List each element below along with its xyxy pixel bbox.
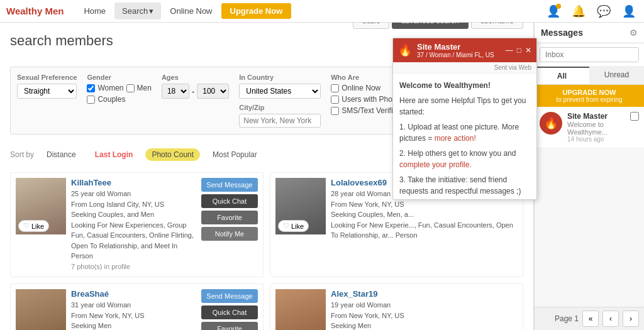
filter-age-max[interactable]: 100 [197,84,229,99]
page-first-btn[interactable]: « [582,311,599,327]
filter-gender-couples-checkbox[interactable] [87,96,95,104]
account-icon[interactable]: 👤 [620,3,638,20]
alert-dot [556,4,561,9]
filter-cityzip-label: City/Zip [239,104,321,111]
filter-sexual-preference-label: Sexual Preference [17,74,77,81]
filter-gender-women-label: Women [97,84,123,92]
upgrade-banner-subtitle: to prevent from expiring [540,96,639,103]
search-type-buttons: basic advanced search username [353,23,523,29]
nav-home[interactable]: Home [76,3,113,19]
chat-controls: — □ ✕ [506,46,531,55]
nav-online-now[interactable]: Online Now [162,3,219,19]
filter-gender: Gender Women Men Couples [87,74,151,128]
messages-panel: Messages ⚙ All Unread UPGRADE NOW to pre… [534,23,644,330]
sort-by-label: Sort by [10,150,34,159]
filter-users-photos-checkbox[interactable] [331,96,339,104]
member-name-0[interactable]: KillahTeee [71,178,196,187]
nav-items: Home Search ▾ Online Now Upgrade Now [76,3,291,19]
sort-photo-count[interactable]: Photo Count [145,148,200,161]
send-message-button-0[interactable]: Send Message [201,178,258,192]
messages-bubble-icon[interactable]: 💬 [595,3,613,20]
member-info-0: KillahTeee 25 year old Woman From Long I… [71,178,196,272]
filter-gender-women-checkbox[interactable] [87,84,95,92]
filter-cityzip-input[interactable] [239,114,321,128]
heart-icon-0: ♡ [23,222,30,230]
message-list: 🔥 Site Master Welcome to Wealthyme... 14… [535,107,644,307]
member-photo-3: ♡ Like [275,289,326,330]
chat-close-icon[interactable]: ✕ [525,46,531,55]
member-photo-1: ♡ Like [275,178,326,234]
like-button-1[interactable]: ♡ Like [278,220,309,232]
member-actions-0: Send Message Quick Chat Favorite Notify … [201,178,258,272]
favorite-button-2[interactable]: Favorite [201,322,258,330]
member-info-2: BreaShaé 31 year old Woman From New York… [71,289,196,330]
message-avatar-0: 🔥 [540,112,562,135]
filter-country: In Country United States City/Zip [239,74,321,128]
chat-flame-icon: 🔥 [398,43,412,57]
top-nav: Wealthy Men Home Search ▾ Online Now Upg… [0,0,644,23]
message-item-0[interactable]: 🔥 Site Master Welcome to Wealthyme... 14… [535,107,644,148]
filter-country-select[interactable]: United States [239,84,321,99]
member-photo-0: ♡ Like [16,178,66,234]
filter-sms-verified-checkbox[interactable] [331,107,339,115]
notification-bell-icon[interactable]: 🔔 [570,3,587,20]
nav-search[interactable]: Search ▾ [114,3,161,19]
send-message-button-2[interactable]: Send Message [201,289,258,303]
page-forward-btn[interactable]: › [623,311,639,327]
page-label: Page 1 [555,314,579,323]
like-button-0[interactable]: ♡ Like [18,220,49,232]
page-back-btn[interactable]: ‹ [602,311,619,327]
upgrade-banner[interactable]: UPGRADE NOW to prevent from expiring [535,85,644,107]
member-detail-3: 19 year old Woman From New York, NY, US … [331,300,518,330]
filter-age-min[interactable]: 18 [162,84,189,99]
upgrade-banner-title: UPGRADE NOW [540,89,639,96]
filter-gender-label: Gender [87,74,151,81]
main-layout: search members basic advanced search use… [0,23,644,330]
message-preview-0: Welcome to Wealthyme... [567,121,625,136]
quick-chat-button-2[interactable]: Quick Chat [201,305,258,319]
nav-upgrade[interactable]: Upgrade Now [221,3,292,19]
quick-chat-button-0[interactable]: Quick Chat [201,194,258,208]
filter-gender-men-checkbox[interactable] [126,84,135,92]
member-name-2[interactable]: BreaShaé [71,289,196,299]
msg-tab-unread[interactable]: Unread [589,67,644,84]
filter-sexual-preference-select[interactable]: Straight [17,84,77,99]
chat-tip-3: 3. Take the initiative: send friend requ… [399,174,530,197]
chat-user-detail: 37 / Woman / Miami FL, US [417,52,501,58]
chat-popup-header: 🔥 Site Master 37 / Woman / Miami FL, US … [393,38,536,62]
message-time-0: 14 hours ago [567,136,625,143]
profile-alert-icon[interactable]: 👤 [545,3,562,20]
message-body-0: Site Master Welcome to Wealthyme... 14 h… [567,112,625,143]
msg-tab-all[interactable]: All [535,67,589,84]
member-detail-2: 31 year old Woman From New York, NY, US … [71,300,196,330]
filter-ages-label: Ages [162,74,229,81]
chat-maximize-icon[interactable]: □ [517,46,521,55]
gear-icon[interactable]: ⚙ [630,28,638,38]
chat-sent-via: Sent via Web [393,62,536,74]
favorite-button-0[interactable]: Favorite [201,211,258,224]
chat-tip-2: 2. Help others get to know you and compl… [399,148,530,170]
member-actions-2: Send Message Quick Chat Favorite Notify … [201,289,258,330]
filter-online-now-label: Online Now [341,84,380,92]
member-name-3[interactable]: Alex_Star19 [331,289,518,299]
chat-intro: Here are some Helpful Tips to get you st… [399,95,530,118]
messages-header: Messages ⚙ [535,23,644,43]
inbox-search-input[interactable] [540,47,639,62]
sort-distance[interactable]: Distance [40,148,82,162]
sort-last-login[interactable]: Last Login [89,148,140,162]
filter-online-now-checkbox[interactable] [331,84,339,92]
search-type-advanced[interactable]: advanced search [392,23,468,29]
message-checkbox-0[interactable] [630,112,639,121]
search-type-basic[interactable]: basic [353,23,389,29]
chat-minimize-icon[interactable]: — [506,46,513,55]
message-sender-0: Site Master [567,112,625,121]
topnav-right: 👤 🔔 💬 👤 [545,3,638,20]
member-info-3: Alex_Star19 19 year old Woman From New Y… [331,289,518,330]
chat-user-name: Site Master [417,42,501,52]
sort-most-popular[interactable]: Most Popular [206,148,264,162]
filter-gender-couples-label: Couples [97,95,125,104]
notify-me-button-0[interactable]: Notify Me [201,227,258,241]
page-title: search members [10,33,113,49]
search-type-username[interactable]: username [471,23,523,29]
messages-title: Messages [541,28,583,38]
